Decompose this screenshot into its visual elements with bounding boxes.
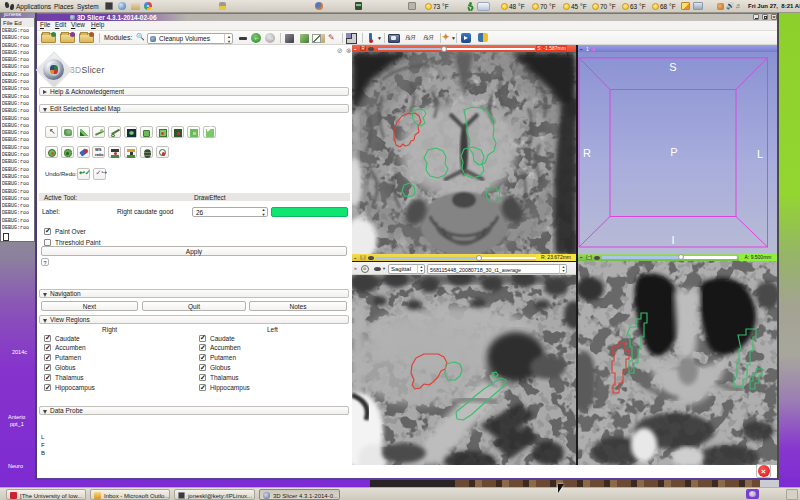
svg-text:R: R — [583, 147, 591, 159]
svg-text:P: P — [670, 146, 677, 158]
svg-text:L: L — [757, 148, 763, 160]
svg-text:S: S — [669, 61, 676, 73]
svg-text:I: I — [671, 234, 674, 246]
